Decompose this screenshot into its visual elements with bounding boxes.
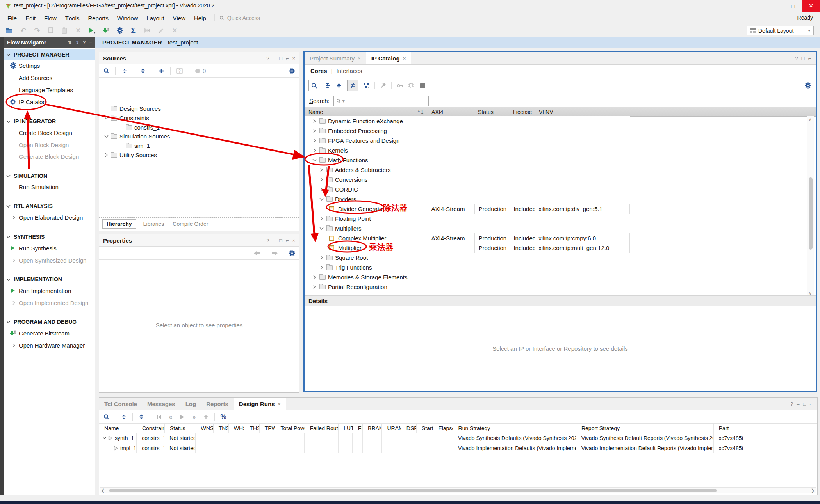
collapse-all-icon[interactable] <box>324 82 331 89</box>
col-run-strategy[interactable]: Run Strategy <box>453 424 576 433</box>
tree-item-simulation-sources[interactable]: Simulation Sources <box>99 132 298 141</box>
doc-tab-ip-catalog[interactable]: IP Catalog× <box>366 52 412 64</box>
open-folder-icon[interactable] <box>5 27 13 34</box>
menu-layout[interactable]: Layout <box>142 12 168 24</box>
help-icon[interactable]: ? <box>790 401 793 407</box>
menu-window[interactable]: Window <box>113 12 142 24</box>
flow-nav-section-project-manager[interactable]: PROJECT MANAGER <box>4 49 95 60</box>
menu-view[interactable]: View <box>168 12 190 24</box>
ip-row-math-functions[interactable]: Math Functions <box>305 155 630 165</box>
properties-header[interactable]: Properties ?‒□⌐× <box>99 234 299 247</box>
help-icon[interactable]: ? <box>266 238 269 243</box>
col-elapsed[interactable]: Elapsed <box>433 424 453 433</box>
ip-row-trig-functions[interactable]: Trig Functions <box>305 263 630 273</box>
ip-scrollbar[interactable]: ∧ ∨ <box>807 116 814 296</box>
cancel-run-icon[interactable] <box>144 27 151 34</box>
flow-nav-item-language-templates[interactable]: Language Templates <box>4 84 95 96</box>
maximize-icon[interactable]: ⌐ <box>286 238 289 243</box>
group-by-hierarchy-icon[interactable] <box>363 82 369 89</box>
flow-nav-item-run-simulation[interactable]: Run Simulation <box>4 181 95 193</box>
float-icon[interactable]: □ <box>802 55 805 61</box>
flow-nav-item-generate-block-design[interactable]: Generate Block Design <box>4 151 95 162</box>
ip-row-square-root[interactable]: Square Root <box>305 253 630 263</box>
ip-table-header[interactable]: Name ^ 1 AXI4 Status License VLNV <box>305 107 816 117</box>
tab-compile-order[interactable]: Compile Order <box>171 220 210 228</box>
flow-nav-item-open-synthesized-design[interactable]: Open Synthesized Design <box>4 254 95 266</box>
doc-tab-project-summary[interactable]: Project Summary× <box>305 52 366 64</box>
tree-item-constrs_1[interactable]: constrs_1 <box>99 123 298 132</box>
copy-icon[interactable] <box>48 27 54 34</box>
col-wns[interactable]: WNS <box>196 424 214 433</box>
tree-item-sim_1[interactable]: sim_1 <box>99 141 298 150</box>
maximize-icon[interactable]: ⌐ <box>808 55 811 61</box>
expand-all-icon[interactable]: ⇕ <box>75 40 79 45</box>
flow-nav-item-ip-catalog[interactable]: IP Catalog <box>4 96 95 108</box>
minimize-button[interactable]: — <box>766 0 784 12</box>
col-ff[interactable]: FF <box>353 424 363 433</box>
design-run-row-impl_1[interactable]: impl_1constrs_1Not startedVivado Impleme… <box>99 443 817 453</box>
horizontal-scrollbar[interactable]: ❮ ❯ <box>100 487 816 493</box>
flow-nav-item-open-elaborated-design[interactable]: Open Elaborated Design <box>4 211 95 223</box>
design-runs-header[interactable]: NameConstraintsStatusWNSTNSWHSTHSTPWSTot… <box>99 424 817 433</box>
expand-all-icon[interactable] <box>140 67 146 75</box>
pen-disabled-icon[interactable] <box>158 27 164 34</box>
sum-sigma-icon[interactable]: Σ <box>130 27 137 34</box>
tab-interfaces[interactable]: Interfaces <box>336 67 362 74</box>
flow-nav-section-rtl-analysis[interactable]: RTL ANALYSIS <box>4 201 95 211</box>
tab-tcl-console[interactable]: Tcl Console <box>99 398 142 410</box>
col-vlnv[interactable]: VLNV <box>539 109 553 115</box>
settings-gear-icon[interactable] <box>289 249 295 257</box>
ip-row-multiplier[interactable]: MultiplierProductionIncludedxilinx.com:i… <box>305 243 630 253</box>
close-button[interactable]: ✕ <box>802 0 820 12</box>
float-icon[interactable]: □ <box>803 401 806 407</box>
collapse-all-icon[interactable]: ⇅ <box>68 40 72 45</box>
collapse-all-icon[interactable] <box>121 67 128 75</box>
filter-incompatible-icon[interactable] <box>347 80 358 91</box>
tree-item-utility-sources[interactable]: Utility Sources <box>99 151 298 160</box>
ip-row-multipliers[interactable]: Multipliers <box>305 224 630 234</box>
col-bram[interactable]: BRAM <box>363 424 382 433</box>
close-icon[interactable]: × <box>292 238 295 243</box>
flow-nav-item-open-implemented-design[interactable]: Open Implemented Design <box>4 297 95 309</box>
scroll-right-icon[interactable]: ❯ <box>811 488 815 493</box>
search-icon[interactable] <box>103 413 109 421</box>
ip-row-cordic[interactable]: CORDIC <box>305 185 630 195</box>
expand-all-icon[interactable] <box>336 82 342 89</box>
col-constraints[interactable]: Constraints <box>137 424 165 433</box>
ip-row-partial-reconfiguration[interactable]: Partial Reconfiguration <box>305 282 630 292</box>
ip-row-fpga-features-and-design[interactable]: FPGA Features and Design <box>305 136 630 146</box>
ip-row-embedded-processing[interactable]: Embedded Processing <box>305 126 630 136</box>
ip-row-divider-generator[interactable]: Divider GeneratorAXI4-StreamProductionIn… <box>305 204 630 214</box>
maximize-icon[interactable]: ⌐ <box>809 401 813 407</box>
ip-search-input[interactable]: ▾ <box>333 96 429 106</box>
maximize-button[interactable]: □ <box>784 0 802 12</box>
flow-nav-section-synthesis[interactable]: SYNTHESIS <box>4 231 95 242</box>
col-total-power[interactable]: Total Power <box>275 424 305 433</box>
flow-nav-item-run-synthesis[interactable]: Run Synthesis <box>4 242 95 254</box>
col-status[interactable]: Status <box>165 424 196 433</box>
ip-row-memories-storage-elements[interactable]: Memories & Storage Elements <box>305 272 630 282</box>
run-icon[interactable]: ▾ <box>89 27 96 34</box>
ip-row-adders-subtracters[interactable]: Adders & Subtracters <box>305 165 630 175</box>
col-license[interactable]: License <box>513 109 532 115</box>
flow-nav-item-generate-bitstream[interactable]: Generate Bitstream <box>4 327 95 339</box>
undo-icon[interactable]: ↶ <box>20 27 27 34</box>
col-uram[interactable]: URAM <box>382 424 401 433</box>
minimize-icon[interactable]: ‒ <box>89 40 92 45</box>
flow-nav-section-ip-integrator[interactable]: IP INTEGRATOR <box>4 116 95 127</box>
arrow-left-icon[interactable] <box>254 249 260 257</box>
menu-reports[interactable]: Reports <box>84 12 113 24</box>
properties-box-icon[interactable] <box>419 82 426 89</box>
scroll-left-icon[interactable]: ❮ <box>101 488 105 493</box>
sources-header[interactable]: Sources ?‒□⌐× <box>99 52 299 64</box>
col-axi4[interactable]: AXI4 <box>431 109 443 115</box>
ip-row-complex-multiplier[interactable]: Complex MultiplierAXI4-StreamProductionI… <box>305 233 630 243</box>
tree-item-constraints[interactable]: Constraints <box>99 114 298 122</box>
flow-nav-item-run-implementation[interactable]: Run Implementation <box>4 285 95 296</box>
tab-messages[interactable]: Messages <box>142 398 180 410</box>
col-name[interactable]: Name <box>305 109 323 115</box>
maximize-icon[interactable]: ⌐ <box>286 55 289 61</box>
delete-icon[interactable]: ✕ <box>75 27 81 34</box>
col-part[interactable]: Part <box>714 424 817 433</box>
flow-nav-item-add-sources[interactable]: Add Sources <box>4 72 95 83</box>
